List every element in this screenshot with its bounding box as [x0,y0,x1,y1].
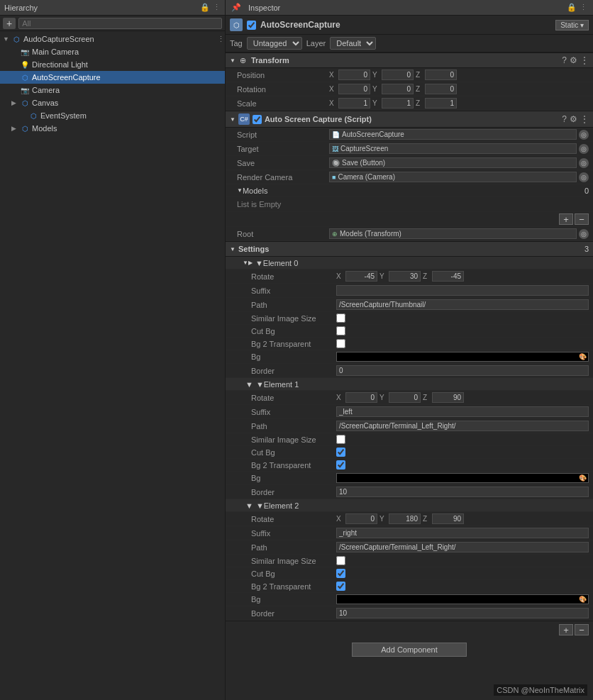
elem0-suffix-field[interactable] [336,285,589,296]
elem0-rotate-xyz: X Y Z [336,271,589,282]
hierarchy-tree: ▼ ⬡ AudoCaptureScreen ⋮ 📷 Main Camera 💡 … [0,31,225,700]
transform-section-icons: ? ⚙ ⋮ [562,55,589,65]
elem2-cutbg-checkbox[interactable] [336,569,345,578]
scale-row: Scale X Y Z [226,96,593,111]
similar-label: Similar Image Size [251,557,336,565]
models-add-button[interactable]: + [559,213,573,225]
scale-z-field[interactable] [425,98,457,109]
elem1-rotate-z[interactable] [432,392,464,403]
scale-x-field[interactable] [338,98,370,109]
elem2-path-field[interactable] [336,542,589,552]
elem1-rotate-y[interactable] [389,392,421,403]
settings-add-button[interactable]: + [559,624,573,635]
script-value: 📄 AutoScreenCapture ◎ [329,129,589,140]
elem1-color-swatch[interactable]: 🎨 [336,473,589,483]
position-z-field[interactable] [425,70,457,80]
root-row: Root ⊕ Models (Transform) ◎ [226,227,593,241]
elem2-border-field[interactable] [336,608,589,618]
elem2-bg2-checkbox[interactable] [336,582,345,591]
elem0-rotate-x[interactable] [345,271,377,282]
help-icon: ? [562,114,567,124]
position-y-field[interactable] [382,70,414,80]
save-name: Save (Button) [342,159,385,167]
element-2-cutbg-row: Cut Bg [226,567,593,580]
target-select-button[interactable]: ◎ [579,144,589,154]
element-2-header: ▼ ▼ Element 2 [226,499,593,512]
models-label: Models [243,187,267,195]
hierarchy-item-autoscreencapture[interactable]: ⬡ AutoScreenCapture [0,71,225,84]
rotate-label: Rotate [251,272,336,281]
scale-y-field[interactable] [382,98,414,109]
hierarchy-item-label: Canvas [32,99,58,107]
gameobject-icon: ⬡ [20,72,30,82]
suffix-label: Suffix [251,408,336,416]
hierarchy-item-canvas[interactable]: ▶ ⬡ Canvas [0,96,225,109]
save-select-button[interactable]: ◎ [579,158,589,168]
y-label: Y [372,85,379,93]
bg2-label: Bg 2 Transparent [251,340,336,348]
models-remove-button[interactable]: − [575,213,589,225]
elem1-similar-checkbox[interactable] [336,435,345,444]
hierarchy-item-maincam[interactable]: 📷 Main Camera [0,45,225,58]
elem1-path-field[interactable] [336,421,589,431]
element-2-border-row: Border [226,606,593,621]
add-hierarchy-button[interactable]: + [3,18,16,29]
elem2-suffix-field[interactable] [336,528,589,538]
scale-xyz: X Y Z [329,98,589,109]
target-row: Target 🖼 CaptureScreen ◎ [226,142,593,156]
hierarchy-item-eventsystem[interactable]: ⬡ EventSystem [0,109,225,122]
settings-remove-button[interactable]: − [575,624,589,635]
script-icon: 📄 [332,131,340,138]
hierarchy-item-label: Models [32,124,57,133]
hierarchy-item-root[interactable]: ▼ ⬡ AudoCaptureScreen ⋮ [0,33,225,45]
object-header: ⬡ AutoScreenCapture Static ▾ [226,16,593,35]
rotation-z-field[interactable] [425,84,457,94]
rotation-y-field[interactable] [382,84,414,94]
elem0-color-swatch[interactable]: 🎨 [336,352,589,362]
elem0-path-field[interactable] [336,299,589,310]
elem0-border-field[interactable] [336,365,589,376]
elem2-rotate-y[interactable] [389,513,421,524]
elem2-rotate-x[interactable] [345,513,377,524]
position-x-field[interactable] [338,70,370,80]
border-label: Border [251,488,336,496]
hierarchy-search-input[interactable] [18,18,222,29]
root-select-button[interactable]: ◎ [579,229,589,239]
layer-select[interactable]: Default [330,37,376,50]
color-picker-icon: 🎨 [579,596,587,603]
script-select-button[interactable]: ◎ [579,130,589,140]
elem0-rotate-z[interactable] [432,271,464,282]
bg-label: Bg [251,352,336,361]
elem0-bg2-checkbox[interactable] [336,339,345,348]
render-camera-select-button[interactable]: ◎ [579,172,589,182]
script-row: Script 📄 AutoScreenCapture ◎ [226,128,593,142]
save-value: 🔘 Save (Button) ◎ [329,157,589,168]
elem2-color-swatch[interactable]: 🎨 [336,594,589,604]
tag-layer-row: Tag Untagged Layer Default [226,35,593,52]
elem0-rotate-y[interactable] [389,271,421,282]
elem1-cutbg-checkbox[interactable] [336,448,345,457]
bg2-label: Bg 2 Transparent [251,461,336,470]
elem0-similar-checkbox[interactable] [336,313,345,323]
element-2-bg2-row: Bg 2 Transparent [226,580,593,593]
add-component-button[interactable]: Add Component [352,643,467,657]
rotation-xyz: X Y Z [329,84,589,94]
elem2-similar-checkbox[interactable] [336,556,345,565]
elem1-border-field[interactable] [336,487,589,497]
scale-label: Scale [237,99,329,108]
rotation-x-field[interactable] [338,84,370,94]
tag-select[interactable]: Untagged [247,37,302,50]
hierarchy-item-models[interactable]: ▶ ⬡ Models [0,122,225,135]
hierarchy-item-dirlight[interactable]: 💡 Directional Light [0,58,225,71]
object-active-checkbox[interactable] [247,21,256,30]
elem2-rotate-z[interactable] [432,513,464,524]
elem0-cutbg-checkbox[interactable] [336,326,345,335]
static-button[interactable]: Static ▾ [555,20,589,30]
element-2-rotate-row: Rotate X Y Z [226,512,593,526]
hierarchy-item-camera[interactable]: 📷 Camera [0,84,225,96]
script-enabled-checkbox[interactable] [253,115,262,124]
elem1-rotate-x[interactable] [345,392,377,403]
elem1-bg2-checkbox[interactable] [336,460,345,470]
elem1-suffix-field[interactable] [336,406,589,417]
root-name: Models (Transform) [340,230,401,238]
